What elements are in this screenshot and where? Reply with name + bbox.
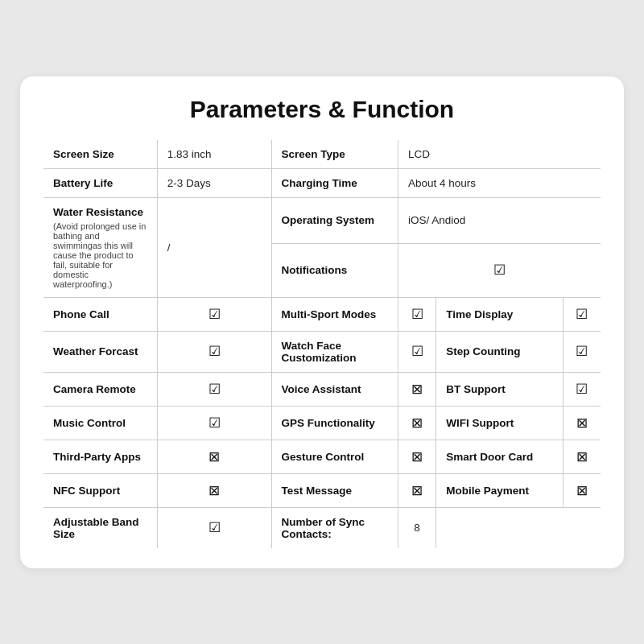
screen-type-label: Screen Type: [282, 148, 345, 160]
feat3-col2-label: GPS Functionality: [282, 417, 375, 429]
screen-type-value: LCD: [408, 148, 430, 160]
feature-row-5: NFC Support Test Message Mobile Payment: [43, 473, 601, 507]
feat1-col2-check: [411, 346, 423, 358]
feat3-col2-cross: [411, 418, 423, 430]
feat5-col1-cross: [208, 485, 220, 497]
feat2-col1-label: Camera Remote: [53, 383, 136, 395]
feat5-col3-cross: [576, 485, 588, 497]
feat4-col1-cross: [208, 452, 220, 464]
feature-row-0: Phone Call Multi-Sport Modes Time Displa…: [43, 297, 601, 331]
feat0-col3-check: [576, 309, 588, 321]
notifications-check: [493, 265, 506, 277]
operating-system-label: Operating System: [282, 214, 375, 226]
feat2-col2-cross: [411, 384, 423, 396]
charging-time-label: Charging Time: [282, 177, 357, 189]
feat2-col1-check: [208, 384, 221, 396]
feat6-col1-label: Adjustable Band Size: [53, 516, 139, 540]
spec-row-screen: Screen Size 1.83 inch Screen Type LCD: [43, 139, 601, 168]
feat1-col2-label: Watch Face Customization: [282, 340, 357, 364]
screen-size-value: 1.83 inch: [167, 148, 212, 160]
feat4-col1-label: Third-Party Apps: [53, 451, 141, 463]
feat5-col3-label: Mobile Payment: [446, 485, 529, 497]
feat4-col3-label: Smart Door Card: [446, 451, 533, 463]
feat0-col2-label: Multi-Sport Modes: [282, 308, 377, 320]
feat3-col1-check: [208, 418, 221, 430]
feat0-col1-label: Phone Call: [53, 308, 109, 320]
feat4-col2-cross: [411, 452, 423, 464]
feat3-col3-cross: [576, 418, 588, 430]
spec-row-water: Water Resistance (Avoid prolonged use in…: [43, 197, 601, 243]
feat0-col3-label: Time Display: [446, 308, 513, 320]
feat1-col1-label: Weather Forcast: [53, 345, 138, 357]
charging-time-value: About 4 hours: [408, 177, 476, 189]
feat3-col1-label: Music Control: [53, 417, 126, 429]
card: Parameters & Function Screen Size 1.83 i…: [20, 76, 624, 568]
page-title: Parameters & Function: [43, 96, 601, 123]
feat6-col1-check: [208, 522, 221, 535]
feature-row-3: Music Control GPS Functionality WIFI Sup…: [43, 406, 601, 440]
feat4-col3-cross: [576, 452, 588, 464]
operating-system-value: iOS/ Andiod: [408, 214, 465, 226]
feat5-col2-cross: [411, 485, 423, 497]
feature-row-6: Adjustable Band Size Number of Sync Cont…: [43, 507, 601, 548]
feat6-col2-label: Number of Sync Contacts:: [282, 516, 365, 540]
feat5-col2-label: Test Message: [282, 485, 353, 497]
feat1-col3-check: [576, 346, 588, 358]
screen-size-label: Screen Size: [53, 148, 114, 160]
battery-life-value: 2-3 Days: [167, 177, 211, 189]
feat3-col3-label: WIFI Support: [446, 417, 514, 429]
feature-row-1: Weather Forcast Watch Face Customization…: [43, 331, 601, 372]
water-note: (Avoid prolonged use in bathing and swim…: [53, 221, 147, 289]
battery-life-label: Battery Life: [53, 177, 113, 189]
water-resistance-label: Water Resistance: [53, 206, 143, 218]
feat1-col3-label: Step Counting: [446, 345, 520, 357]
spec-row-battery: Battery Life 2-3 Days Charging Time Abou…: [43, 168, 601, 197]
feat0-col1-check: [208, 309, 221, 321]
feature-row-4: Third-Party Apps Gesture Control Smart D…: [43, 440, 601, 473]
feat4-col2-label: Gesture Control: [282, 451, 365, 463]
feat0-col2-check: [411, 309, 423, 321]
feat2-col3-check: [576, 384, 588, 396]
notifications-label: Notifications: [282, 264, 348, 276]
params-table: Screen Size 1.83 inch Screen Type LCD Ba…: [43, 139, 601, 549]
feat1-col1-check: [208, 346, 221, 358]
water-resistance-value: /: [167, 242, 171, 254]
feature-row-2: Camera Remote Voice Assistant BT Support: [43, 372, 601, 406]
feat5-col1-label: NFC Support: [53, 485, 120, 497]
feat6-col2-value: 8: [414, 522, 420, 534]
feat2-col3-label: BT Support: [446, 383, 506, 395]
feat2-col2-label: Voice Assistant: [282, 383, 361, 395]
